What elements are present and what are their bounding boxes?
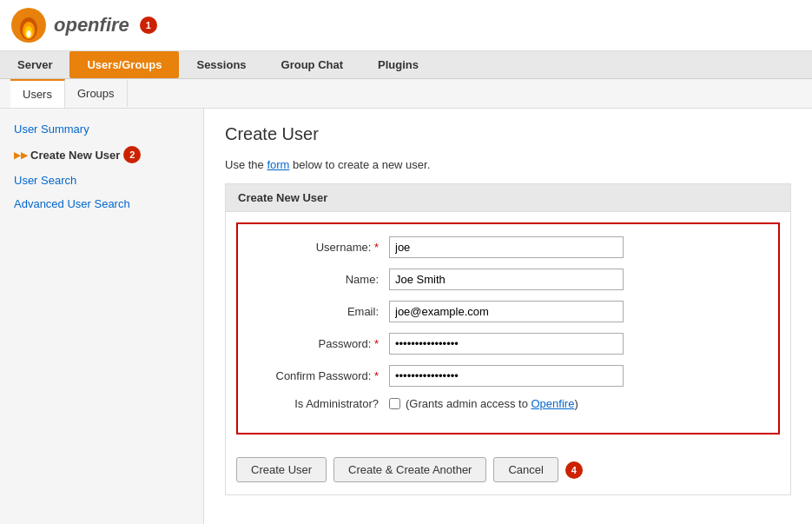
sidebar: User Summary ▶ Create New User 2 User Se… — [0, 109, 204, 524]
password-label: Password: * — [250, 337, 389, 350]
sidebar-active-indicator: ▶ — [21, 150, 28, 160]
username-required: * — [374, 241, 379, 254]
is-admin-label: Is Administrator? — [250, 397, 389, 410]
page-title: Create User — [225, 124, 791, 144]
nav-server[interactable]: Server — [0, 51, 69, 78]
main-nav: Server Users/Groups Sessions Group Chat … — [0, 51, 812, 79]
openfire-link[interactable]: Openfire — [531, 397, 575, 410]
confirm-password-label: Confirm Password: * — [250, 369, 389, 382]
nav-sessions[interactable]: Sessions — [179, 51, 263, 78]
sidebar-badge: 2 — [123, 146, 141, 163]
nav-users-groups[interactable]: Users/Groups — [69, 51, 179, 78]
tab-groups[interactable]: Groups — [65, 80, 128, 107]
svg-point-4 — [27, 30, 31, 37]
main-content: Create User Use the form below to create… — [204, 109, 812, 524]
password-row: Password: * — [250, 333, 766, 355]
button-badge: 4 — [565, 461, 583, 479]
sidebar-item-create-new-user[interactable]: ▶ Create New User 2 — [0, 141, 203, 169]
is-admin-row: Is Administrator? (Grants admin access t… — [250, 397, 766, 410]
name-label: Name: — [250, 273, 389, 286]
logo-container: openfire 1 — [10, 7, 157, 43]
name-row: Name: — [250, 269, 766, 290]
sub-nav: Users Groups — [0, 79, 812, 109]
create-another-button[interactable]: Create & Create Another — [333, 457, 486, 482]
form-panel: Create New User Username: * Name: — [225, 183, 791, 495]
header: openfire 1 — [0, 0, 812, 51]
is-admin-help: (Grants admin access to Openfire) — [406, 397, 578, 410]
logo-text: openfire — [54, 14, 129, 36]
email-input[interactable] — [389, 301, 624, 322]
password-input[interactable] — [389, 333, 624, 355]
sidebar-item-user-summary[interactable]: User Summary — [0, 117, 203, 141]
confirm-password-required: * — [374, 369, 379, 382]
header-badge: 1 — [140, 17, 157, 34]
form-link[interactable]: form — [267, 158, 289, 171]
nav-group-chat[interactable]: Group Chat — [264, 51, 361, 78]
page-description: Use the form below to create a new user. — [225, 158, 791, 171]
tab-users[interactable]: Users — [10, 79, 65, 108]
sidebar-item-advanced-user-search[interactable]: Advanced User Search — [0, 192, 203, 216]
email-row: Email: — [250, 301, 766, 322]
logo-icon — [10, 7, 47, 43]
cancel-button[interactable]: Cancel — [493, 457, 558, 482]
content-area: User Summary ▶ Create New User 2 User Se… — [0, 109, 812, 524]
confirm-password-row: Confirm Password: * — [250, 365, 766, 387]
sidebar-item-user-search[interactable]: User Search — [0, 169, 203, 192]
username-input[interactable] — [389, 236, 624, 258]
create-user-button[interactable]: Create User — [236, 457, 327, 482]
name-input[interactable] — [389, 269, 624, 290]
nav-plugins[interactable]: Plugins — [360, 51, 436, 78]
form-inner: Username: * Name: Email: — [236, 222, 780, 434]
confirm-password-input[interactable] — [389, 365, 624, 387]
username-row: Username: * — [250, 236, 766, 258]
button-row: Create User Create & Create Another Canc… — [226, 445, 790, 494]
username-label: Username: * — [250, 241, 389, 254]
is-admin-checkbox[interactable] — [389, 398, 400, 409]
is-admin-checkbox-row: (Grants admin access to Openfire) — [389, 397, 578, 410]
form-panel-header: Create New User — [226, 184, 790, 212]
email-label: Email: — [250, 305, 389, 318]
password-required: * — [374, 337, 379, 350]
